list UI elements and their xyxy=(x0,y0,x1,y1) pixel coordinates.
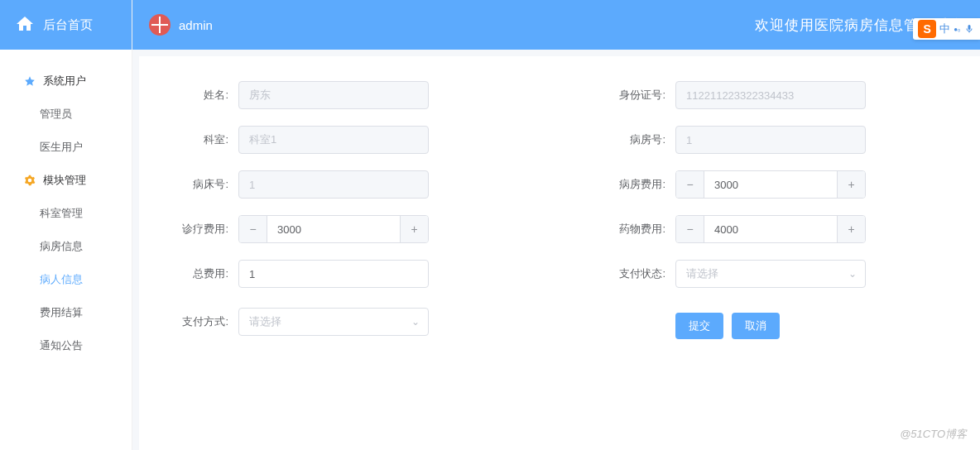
watermark: @51CTO博客 xyxy=(900,427,967,442)
select-pay-method[interactable]: 请选择 ⌄ xyxy=(238,308,429,336)
mic-icon xyxy=(963,23,975,35)
drug-fee-minus[interactable]: − xyxy=(676,216,704,242)
topbar-user[interactable]: admin xyxy=(149,14,213,36)
label-bed-number: 病床号: xyxy=(164,177,238,192)
label-name: 姓名: xyxy=(164,88,238,103)
nav-category-system-users[interactable]: 系统用户 xyxy=(0,65,132,98)
input-ward-number: 1 xyxy=(675,126,866,154)
label-pay-method: 支付方式: xyxy=(164,314,238,329)
home-label: 后台首页 xyxy=(43,17,93,33)
label-pay-status: 支付状态: xyxy=(601,266,675,281)
nav: 系统用户 管理员 医生用户 模块管理 科室管理 病房信息 病人信息 费用结算 通… xyxy=(0,50,132,362)
cancel-button[interactable]: 取消 xyxy=(732,313,780,339)
chevron-down-icon: ⌄ xyxy=(848,268,857,280)
label-treatment-fee: 诊疗费用: xyxy=(164,222,238,237)
treatment-fee-minus[interactable]: − xyxy=(239,216,267,242)
topbar: admin 欢迎使用医院病房信息管理系统 xyxy=(132,0,980,50)
label-department: 科室: xyxy=(164,132,238,147)
ward-fee-minus[interactable]: − xyxy=(676,171,704,198)
main: admin 欢迎使用医院病房信息管理系统 姓名: 房东 身份证号: 112211… xyxy=(132,0,980,450)
input-department: 科室1 xyxy=(238,126,429,154)
ward-fee-value[interactable]: 3000 xyxy=(704,171,837,198)
label-id-number: 身份证号: xyxy=(601,88,675,103)
form-content: 姓名: 房东 身份证号: 112211223322334433 科室: 科室1 … xyxy=(139,56,980,450)
nav-category-module-mgmt[interactable]: 模块管理 xyxy=(0,164,132,197)
label-ward-number: 病房号: xyxy=(601,132,675,147)
label-drug-fee: 药物费用: xyxy=(601,222,675,237)
ward-fee-plus[interactable]: + xyxy=(837,171,865,198)
input-name: 房东 xyxy=(238,81,429,109)
nav-item-ward-info[interactable]: 病房信息 xyxy=(0,230,132,263)
nav-item-admin[interactable]: 管理员 xyxy=(0,98,132,131)
submit-button[interactable]: 提交 xyxy=(675,313,723,339)
nav-category-label: 系统用户 xyxy=(43,74,86,89)
ime-label: 中 xyxy=(939,22,950,36)
drug-fee-plus[interactable]: + xyxy=(837,216,865,242)
nav-item-dept-mgmt[interactable]: 科室管理 xyxy=(0,197,132,230)
sidebar: 后台首页 系统用户 管理员 医生用户 模块管理 科室管理 病房信息 病人信息 费… xyxy=(0,0,132,450)
drug-fee-value[interactable]: 4000 xyxy=(704,216,837,242)
input-id-number: 112211223322334433 xyxy=(675,81,866,109)
ime-logo-icon: S xyxy=(918,20,936,38)
nav-item-fee-settlement[interactable]: 费用结算 xyxy=(0,296,132,329)
ime-widget[interactable]: S 中 ●₀ xyxy=(913,18,980,40)
chevron-down-icon: ⌄ xyxy=(411,316,420,328)
gear-icon xyxy=(23,174,36,187)
header-home[interactable]: 后台首页 xyxy=(0,0,132,50)
input-bed-number: 1 xyxy=(238,170,429,199)
label-ward-fee: 病房费用: xyxy=(601,177,675,192)
treatment-fee-plus[interactable]: + xyxy=(400,216,428,242)
ime-dots-icon: ●₀ xyxy=(954,26,960,33)
star-icon xyxy=(23,74,36,88)
nav-item-doctor-user[interactable]: 医生用户 xyxy=(0,131,132,164)
select-pay-status[interactable]: 请选择 ⌄ xyxy=(675,260,866,288)
input-ward-fee[interactable]: − 3000 + xyxy=(675,170,866,199)
home-icon xyxy=(15,14,35,36)
username: admin xyxy=(179,18,213,32)
input-treatment-fee[interactable]: − 3000 + xyxy=(238,215,429,243)
logo-icon xyxy=(149,14,171,36)
nav-item-notice[interactable]: 通知公告 xyxy=(0,329,132,362)
label-total-fee: 总费用: xyxy=(164,266,238,281)
input-total-fee[interactable]: 1 xyxy=(238,260,429,288)
nav-item-patient-info[interactable]: 病人信息 xyxy=(0,263,132,296)
treatment-fee-value[interactable]: 3000 xyxy=(267,216,400,242)
nav-category-label: 模块管理 xyxy=(43,173,86,188)
input-drug-fee[interactable]: − 4000 + xyxy=(675,215,866,243)
